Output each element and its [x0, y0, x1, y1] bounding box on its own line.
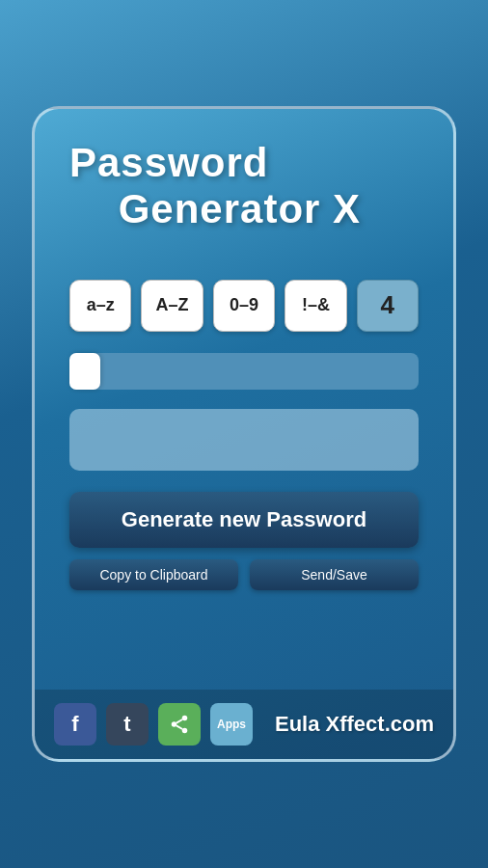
footer: f t Apps Eula Xffect.com: [35, 690, 453, 759]
length-display[interactable]: 4: [357, 280, 419, 332]
digits-btn[interactable]: 0–9: [213, 280, 275, 332]
password-display: [69, 409, 419, 471]
charset-row: a–z A–Z 0–9 !–& 4: [69, 280, 419, 332]
tumblr-icon[interactable]: t: [106, 703, 149, 746]
action-row: Copy to Clipboard Send/Save: [69, 559, 419, 590]
slider-row: [69, 353, 419, 390]
copy-clipboard-button[interactable]: Copy to Clipboard: [69, 559, 238, 590]
share-icon[interactable]: [158, 703, 201, 746]
slider-track[interactable]: [69, 353, 419, 390]
apps-icon[interactable]: Apps: [210, 703, 253, 746]
lowercase-btn[interactable]: a–z: [69, 280, 131, 332]
footer-brand: Eula Xffect.com: [275, 712, 434, 737]
svg-point-2: [182, 728, 188, 734]
svg-line-4: [176, 719, 182, 723]
generate-password-button[interactable]: Generate new Password: [69, 492, 419, 548]
app-title: Password Generator X: [69, 140, 419, 233]
slider-thumb[interactable]: [69, 353, 100, 390]
facebook-icon[interactable]: f: [54, 703, 96, 746]
symbols-btn[interactable]: !–&: [285, 280, 346, 332]
uppercase-btn[interactable]: A–Z: [141, 280, 203, 332]
send-save-button[interactable]: Send/Save: [250, 559, 419, 590]
svg-line-3: [176, 725, 182, 729]
svg-point-1: [172, 721, 177, 727]
main-card: Password Generator X a–z A–Z 0–9 !–& 4: [32, 106, 456, 762]
svg-point-0: [182, 716, 188, 721]
